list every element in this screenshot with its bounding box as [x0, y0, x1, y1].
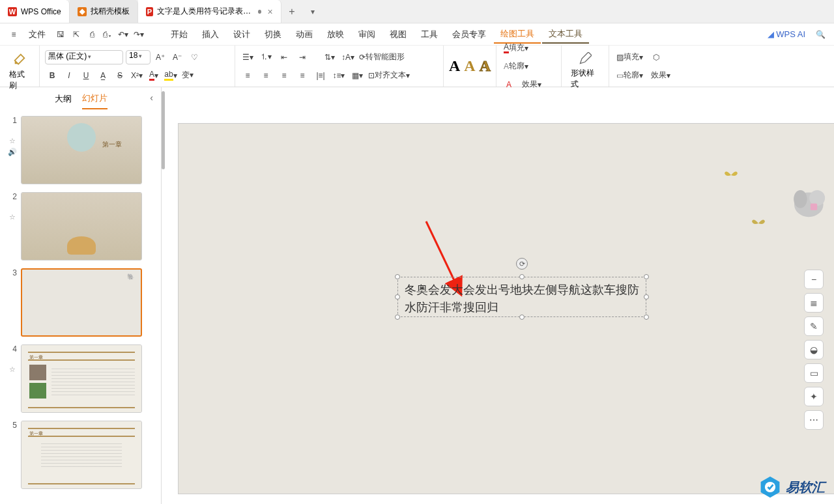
- magic-button[interactable]: ✦: [804, 387, 824, 406]
- menu-transition[interactable]: 切换: [258, 26, 288, 43]
- menu-animation[interactable]: 动画: [289, 26, 319, 43]
- elephant-illustration: [783, 182, 829, 221]
- font-color-icon[interactable]: A▾: [147, 68, 161, 83]
- tab-slides[interactable]: 幻灯片: [82, 89, 108, 109]
- shape-effect-button[interactable]: 效果▾: [649, 68, 672, 83]
- increase-font-icon[interactable]: A⁺: [153, 50, 167, 64]
- shape-outline-button[interactable]: ▭ 轮廓▾: [614, 68, 645, 83]
- distribute-h-icon[interactable]: |≡|: [313, 68, 328, 83]
- thumb-row[interactable]: 1 ☆🔊 第一章: [8, 116, 153, 184]
- menu-design[interactable]: 设计: [227, 26, 257, 43]
- align-right-icon[interactable]: ≡: [277, 68, 291, 83]
- resize-handle[interactable]: [644, 294, 649, 300]
- menu-insert[interactable]: 插入: [195, 26, 225, 43]
- bullets-icon[interactable]: ☰▾: [240, 50, 255, 64]
- add-tab-button[interactable]: +: [281, 0, 302, 23]
- tab-document[interactable]: P 文字是人类用符号记录表达信息以 ×: [138, 0, 281, 23]
- spacing-icon[interactable]: ↕A▾: [341, 50, 355, 64]
- text-direction-icon[interactable]: ⇅▾: [323, 50, 337, 64]
- menu-member[interactable]: 会员专享: [446, 26, 493, 43]
- redo-icon[interactable]: ↷▾: [132, 27, 146, 42]
- thumb-row[interactable]: 3 🐘: [8, 268, 153, 337]
- strikethrough-icon[interactable]: S: [113, 68, 127, 83]
- underline-icon[interactable]: U: [79, 68, 93, 83]
- canvas-area[interactable]: ⟳ 冬奥会发大会发出号地块左侧导航这款车搜防水防汗非常搜回归 − ≣ ✎ ◒ ▭…: [162, 87, 834, 504]
- save-icon[interactable]: 🖫: [53, 27, 68, 42]
- more-button[interactable]: ⋯: [804, 410, 824, 430]
- thumb-row[interactable]: 5 第一章: [8, 421, 153, 489]
- screen-button[interactable]: ▭: [804, 363, 824, 383]
- close-icon[interactable]: ×: [268, 7, 273, 17]
- font-size-select[interactable]: 18▾: [126, 50, 151, 64]
- text-fill-button[interactable]: A 填充▾: [502, 41, 530, 55]
- menu-view[interactable]: 视图: [383, 26, 413, 43]
- superscript-icon[interactable]: X²▾: [130, 68, 144, 83]
- shape-fill-button[interactable]: ▨ 填充▾: [614, 50, 645, 64]
- rotate-handle[interactable]: ⟳: [516, 258, 528, 270]
- wordart-style-1[interactable]: A: [449, 57, 460, 75]
- font-family-select[interactable]: 黑体 (正文)▾: [45, 50, 123, 64]
- tab-templates[interactable]: ◆ 找稻壳模板: [70, 0, 138, 23]
- decrease-indent-icon[interactable]: ⇤: [277, 50, 291, 64]
- slide-thumbnail-5[interactable]: 第一章: [21, 421, 142, 489]
- column-icon[interactable]: ▦▾: [350, 68, 364, 83]
- tab-wps-office[interactable]: W WPS Office: [0, 0, 70, 23]
- thumb-row[interactable]: 2 ☆: [8, 192, 153, 260]
- collapse-panel-icon[interactable]: ‹: [150, 92, 153, 103]
- search-icon[interactable]: 🔍: [813, 27, 827, 42]
- resize-handle[interactable]: [395, 274, 400, 279]
- shape-3d-button[interactable]: ⬡: [649, 50, 663, 64]
- resize-handle[interactable]: [519, 315, 525, 320]
- resize-handle[interactable]: [395, 315, 400, 320]
- favorite-font-icon[interactable]: ♡: [187, 50, 201, 64]
- tab-outline[interactable]: 大纲: [55, 89, 72, 109]
- align-left-icon[interactable]: ≡: [240, 68, 255, 83]
- slide-thumbnail-3[interactable]: 🐘: [21, 268, 142, 337]
- shape-style-button[interactable]: 形状样式: [567, 49, 603, 92]
- align-center-icon[interactable]: ≡: [259, 68, 273, 83]
- undo-icon[interactable]: ↶▾: [116, 27, 130, 42]
- pinyin-icon[interactable]: 变▾: [180, 68, 195, 83]
- align-text-button[interactable]: ⊡ 对齐文本▾: [368, 68, 410, 83]
- line-spacing-icon[interactable]: ↕≡▾: [332, 68, 346, 83]
- decrease-font-icon[interactable]: A⁻: [170, 50, 184, 64]
- resize-handle[interactable]: [519, 274, 525, 279]
- menu-file[interactable]: 文件: [22, 26, 52, 43]
- resize-handle[interactable]: [644, 315, 649, 320]
- numbering-icon[interactable]: ⒈▾: [259, 50, 273, 64]
- align-justify-icon[interactable]: ≡: [295, 68, 309, 83]
- thumb-row[interactable]: 4 ☆ 第一章: [8, 344, 153, 413]
- wordart-style-3[interactable]: A: [480, 57, 491, 75]
- highlight-icon[interactable]: ab▾: [164, 68, 178, 83]
- canvas-scrollbar[interactable]: [162, 91, 165, 169]
- menu-start[interactable]: 开始: [164, 26, 194, 43]
- text-box-selected[interactable]: ⟳ 冬奥会发大会发出号地块左侧导航这款车搜防水防汗非常搜回归: [397, 277, 646, 317]
- increase-indent-icon[interactable]: ⇥: [295, 50, 309, 64]
- tab-menu-button[interactable]: ▾: [302, 0, 323, 23]
- print-preview-icon[interactable]: ⎙▾: [100, 27, 115, 42]
- resize-handle[interactable]: [395, 294, 400, 300]
- menu-review[interactable]: 审阅: [352, 26, 382, 43]
- zoom-out-button[interactable]: −: [804, 270, 824, 289]
- menu-tools[interactable]: 工具: [414, 26, 444, 43]
- text-outline-button[interactable]: A 轮廓▾: [502, 59, 530, 74]
- slide-thumbnail-4[interactable]: 第一章: [21, 344, 142, 413]
- pen-button[interactable]: ✎: [804, 316, 824, 336]
- menu-text-tools[interactable]: 文本工具: [542, 25, 589, 44]
- bold-icon[interactable]: B: [45, 68, 59, 83]
- wps-ai-button[interactable]: ◢ WPS AI: [761, 27, 812, 42]
- export-icon[interactable]: ⇱: [69, 27, 83, 42]
- layers-button[interactable]: ≣: [804, 293, 824, 313]
- print-icon[interactable]: ⎙: [85, 27, 99, 42]
- smart-shape-button[interactable]: ⟳ 转智能图形: [359, 50, 405, 64]
- resize-handle[interactable]: [644, 274, 649, 279]
- text-effect-icon[interactable]: A̲: [96, 68, 110, 83]
- slide-thumbnail-2[interactable]: [21, 192, 142, 260]
- slide-thumbnail-1[interactable]: 第一章: [21, 116, 142, 184]
- paint-button[interactable]: ◒: [804, 340, 824, 359]
- hamburger-icon[interactable]: ≡: [7, 27, 21, 42]
- italic-icon[interactable]: I: [62, 68, 76, 83]
- menu-slideshow[interactable]: 放映: [321, 26, 351, 43]
- slide-canvas[interactable]: ⟳ 冬奥会发大会发出号地块左侧导航这款车搜防水防汗非常搜回归: [178, 123, 834, 494]
- wordart-style-2[interactable]: A: [464, 57, 475, 75]
